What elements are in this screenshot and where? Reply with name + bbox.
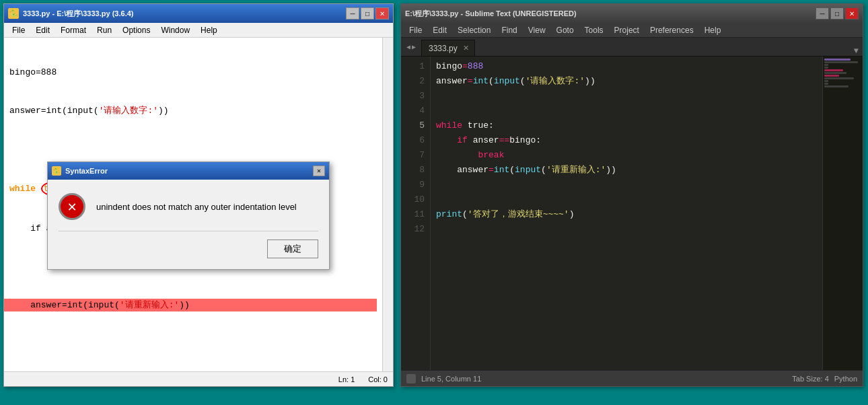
sublime-line-10 [436,192,817,207]
sublime-titlebar-buttons: ─ □ ✕ [816,7,859,20]
idle-status-col: Col: 0 [368,375,388,383]
dialog-title-text: SyntaxError [65,167,309,175]
tab-prev-arrow[interactable]: ◀ [406,43,410,51]
line-num-5: 5 [401,118,425,133]
dialog-title-icon: 🐍 [52,166,61,176]
idle-close-button[interactable]: ✕ [375,7,389,20]
sublime-menu-goto[interactable]: Goto [551,24,579,36]
line-num-2: 2 [401,74,425,89]
sublime-window: E:\程序\3333.py - Sublime Text (UNREGISTER… [400,3,863,387]
sublime-status-language: Python [834,375,857,383]
sublime-line-2: answer=int(input('请输入数字:')) [436,74,817,89]
status-file-icon [406,374,416,383]
tab-close-button[interactable]: ✕ [463,44,469,52]
dialog-footer: 确定 [59,231,318,258]
line-num-11: 11 [401,207,425,222]
idle-title-icon: 🐍 [8,8,19,19]
error-icon: ✕ [59,193,85,220]
line-num-9: 9 [401,178,425,192]
line-num-1: 1 [401,59,425,74]
idle-menu-options[interactable]: Options [117,24,155,36]
sublime-title-text: E:\程序\3333.py - Sublime Text (UNREGISTER… [405,9,811,19]
idle-menu-run[interactable]: Run [92,24,117,36]
sublime-line-3 [436,89,817,104]
idle-titlebar: 🐍 3333.py - E:\程序\3333.py (3.6.4) ─ □ ✕ [4,4,393,23]
line-num-4: 4 [401,104,425,118]
sublime-nav-arrows: ◀ ▶ [401,38,421,56]
minimap-line [824,67,828,69]
sublime-status-position: Line 5, Column 11 [421,375,481,383]
line-num-10: 10 [401,192,425,207]
minimap-line [824,83,828,85]
line-num-7: 7 [401,148,425,163]
idle-menu-help[interactable]: Help [195,24,223,36]
sublime-minimap[interactable] [822,57,863,370]
sublime-line-5: while true: [436,118,817,133]
line-numbers: 1 2 3 4 5 6 7 8 9 10 11 12 [401,57,431,370]
sublime-maximize-button[interactable]: □ [830,7,844,20]
idle-titlebar-buttons: ─ □ ✕ [346,7,389,20]
line-num-3: 3 [401,89,425,104]
sublime-line-1: bingo=888 [436,59,817,74]
sublime-menu-selection[interactable]: Selection [452,24,496,36]
sublime-menu-find[interactable]: Find [496,24,522,36]
line-num-6: 6 [401,133,425,148]
tab-list-arrow[interactable]: ▼ [850,46,863,56]
idle-status-ln: Ln: 1 [338,375,355,383]
minimap-line [824,75,839,77]
idle-statusbar: Ln: 1 Col: 0 [4,371,393,386]
sublime-menu-edit[interactable]: Edit [427,24,452,36]
dialog-ok-button[interactable]: 确定 [267,240,318,258]
idle-minimize-button[interactable]: ─ [346,7,359,20]
sublime-tabbar: ◀ ▶ 3333.py ✕ ▼ [401,38,863,57]
syntax-error-dialog: 🐍 SyntaxError ✕ ✕ unindent does not matc… [47,161,330,270]
dialog-body: ✕ unindent does not match any outer inde… [48,180,329,269]
sublime-close-button[interactable]: ✕ [845,7,859,20]
minimap-line [824,59,851,61]
tab-filename: 3333.py [429,44,458,53]
sublime-menu-project[interactable]: Project [609,24,645,36]
sublime-menu-tools[interactable]: Tools [579,24,609,36]
line-num-12: 12 [401,222,425,237]
minimap-line [824,77,854,79]
idle-menu-file[interactable]: File [7,24,30,36]
minimap-line [824,69,843,71]
sublime-minimize-button[interactable]: ─ [816,7,829,20]
minimap-line [824,80,828,82]
idle-title-text: 3333.py - E:\程序\3333.py (3.6.4) [23,9,342,19]
minimap-content [823,57,863,370]
sublime-menu-view[interactable]: View [523,24,551,36]
idle-scrollbar[interactable] [382,38,393,371]
minimap-line [824,61,858,63]
minimap-line [824,72,846,74]
sublime-line-11: print('答对了，游戏结束~~~~') [436,207,817,222]
sublime-menubar: File Edit Selection Find View Goto Tools… [401,23,863,38]
dialog-close-button[interactable]: ✕ [313,165,325,176]
idle-menu-window[interactable]: Window [155,24,195,36]
sublime-line-8: answer=int(input('请重新输入:')) [436,163,817,178]
dialog-titlebar: 🐍 SyntaxError ✕ [48,162,329,180]
dialog-message: unindent does not match any outer indent… [96,202,297,212]
minimap-line [824,64,828,66]
sublime-statusbar: Line 5, Column 11 Tab Size: 4 Python [401,370,863,386]
tab-next-arrow[interactable]: ▶ [412,43,416,51]
sublime-menu-file[interactable]: File [404,24,427,36]
dialog-content: ✕ unindent does not match any outer inde… [59,193,318,220]
sublime-tab-3333[interactable]: 3333.py ✕ [421,40,475,56]
minimap-line [824,85,848,87]
sublime-line-4 [436,104,817,118]
sublime-line-9 [436,178,817,192]
idle-maximize-button[interactable]: □ [361,7,374,20]
sublime-status-tabsize: Tab Size: 4 [792,375,828,383]
sublime-line-7: break [436,148,817,163]
sublime-titlebar: E:\程序\3333.py - Sublime Text (UNREGISTER… [401,4,863,23]
sublime-code[interactable]: bingo=888 answer=int(input('请输入数字:')) wh… [431,57,822,370]
sublime-menu-preferences[interactable]: Preferences [645,24,699,36]
sublime-line-6: if anser==bingo: [436,133,817,148]
sublime-line-12 [436,222,817,237]
idle-menu-edit[interactable]: Edit [30,24,55,36]
sublime-menu-help[interactable]: Help [699,24,727,36]
idle-menubar: File Edit Format Run Options Window Help [4,23,393,38]
idle-menu-format[interactable]: Format [55,24,92,36]
line-num-8: 8 [401,163,425,178]
